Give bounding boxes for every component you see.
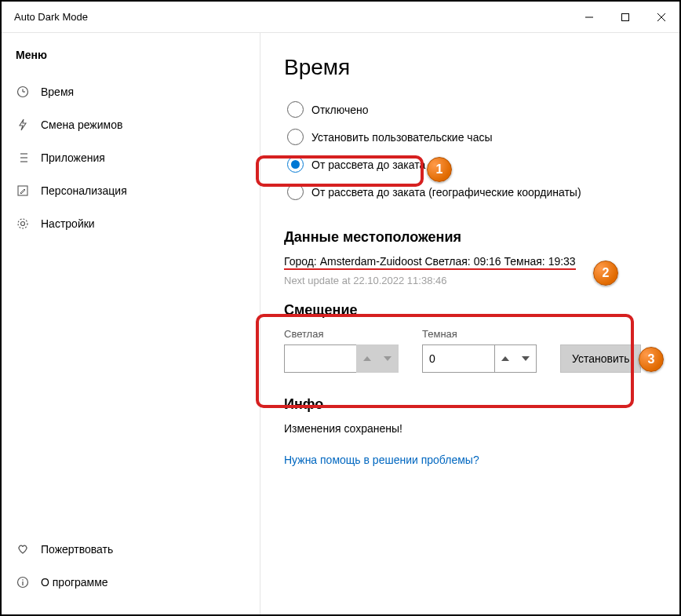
heart-icon (16, 542, 30, 556)
offset-dark-label: Темная (422, 328, 537, 340)
page-title: Время (284, 55, 672, 80)
dark-label: Темная: (504, 255, 545, 268)
pencil-icon (16, 184, 30, 198)
radio-label: От рассвета до заката (географические ко… (311, 186, 581, 199)
info-message: Изменения сохранены! (284, 422, 672, 435)
sidebar-item-label: Настройки (41, 217, 95, 230)
sidebar-item-settings[interactable]: Настройки (2, 207, 260, 240)
sidebar-item-apps[interactable]: Приложения (2, 141, 260, 174)
spinner-down-button[interactable] (515, 345, 536, 372)
sidebar-item-label: О программе (41, 576, 108, 589)
window-title: Auto Dark Mode (14, 11, 88, 23)
radio-label: От рассвета до заката (311, 159, 425, 171)
sidebar-item-label: Смена режимов (41, 118, 122, 131)
gear-icon (16, 217, 30, 231)
set-button[interactable]: Установить (560, 344, 641, 373)
sidebar-item-switch[interactable]: Смена режимов (2, 108, 260, 141)
sidebar-title: Меню (2, 49, 260, 75)
dark-value: 19:33 (548, 255, 576, 268)
offset-heading: Смещение (284, 302, 672, 319)
offset-section: Смещение Светлая (284, 302, 672, 373)
sidebar-item-label: Пожертвовать (41, 543, 113, 556)
offset-dark-input[interactable] (422, 344, 494, 373)
radio-disabled[interactable]: Отключено (284, 96, 672, 123)
location-section: Данные местоположения Город: Amsterdam-Z… (284, 229, 672, 286)
sidebar: Меню Время Смена режимов Приложения (2, 33, 260, 614)
svg-point-15 (18, 219, 27, 228)
location-row: Город: Amsterdam-Zuidoost Светлая: 09:16… (284, 255, 576, 270)
info-section: Инфо Изменения сохранены! Нужна помощь в… (284, 396, 672, 466)
svg-rect-1 (622, 13, 629, 20)
content: Время Отключено Установить пользовательс… (260, 33, 679, 614)
sidebar-item-label: Персонализация (41, 184, 127, 197)
radio-icon (287, 184, 304, 200)
offset-light-spinner (284, 344, 399, 373)
offset-light-input[interactable] (284, 344, 356, 373)
city-label: Город: (284, 255, 317, 268)
list-icon (16, 151, 30, 165)
sidebar-item-donate[interactable]: Пожертвовать (2, 533, 260, 566)
minimize-button[interactable] (571, 5, 607, 30)
maximize-button[interactable] (607, 5, 643, 30)
titlebar: Auto Dark Mode (2, 2, 679, 33)
spinner-up-button[interactable] (495, 345, 515, 372)
svg-point-14 (21, 222, 25, 226)
offset-dark-spinner (422, 344, 537, 373)
radio-icon (287, 101, 304, 118)
radio-label: Установить пользовательские часы (311, 131, 493, 144)
city-value: Amsterdam-Zuidoost (320, 255, 422, 268)
light-label: Светлая: (424, 255, 470, 268)
radio-label: Отключено (311, 104, 369, 116)
help-link[interactable]: Нужна помощь в решении проблемы? (284, 454, 479, 466)
light-value: 09:16 (474, 255, 501, 268)
sidebar-item-about[interactable]: О программе (2, 566, 260, 599)
window-controls (571, 5, 679, 30)
close-button[interactable] (643, 5, 679, 30)
sidebar-item-label: Время (41, 86, 74, 98)
sidebar-item-label: Приложения (41, 151, 105, 164)
sidebar-item-personalization[interactable]: Персонализация (2, 174, 260, 207)
radio-sunset-geo[interactable]: От рассвета до заката (географические ко… (284, 178, 672, 206)
sidebar-item-time[interactable]: Время (2, 75, 260, 108)
app-window: Auto Dark Mode Меню Время (0, 0, 681, 616)
radio-custom-hours[interactable]: Установить пользовательские часы (284, 123, 672, 151)
svg-point-17 (22, 579, 24, 581)
next-update: Next update at 22.10.2022 11:38:46 (284, 275, 672, 286)
info-icon (16, 575, 30, 589)
lightning-icon (16, 118, 30, 132)
offset-light-label: Светлая (284, 328, 399, 340)
spinner-up-button[interactable] (357, 345, 377, 372)
radio-icon (287, 156, 304, 173)
location-heading: Данные местоположения (284, 229, 672, 246)
radio-icon (287, 129, 304, 145)
radio-group: Отключено Установить пользовательские ча… (284, 96, 672, 206)
info-heading: Инфо (284, 396, 672, 413)
spinner-down-button[interactable] (377, 345, 398, 372)
radio-sunset[interactable]: От рассвета до заката (284, 151, 672, 178)
clock-icon (16, 85, 30, 99)
